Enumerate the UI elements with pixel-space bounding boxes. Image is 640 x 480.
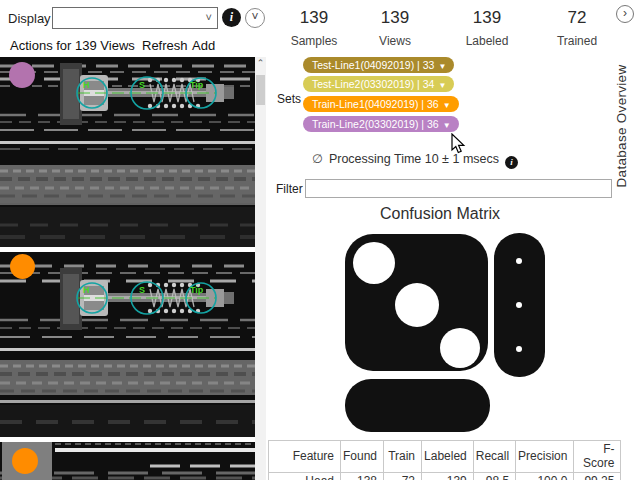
set-tag-text: Test-Line1(04092019) | 33 <box>312 59 434 71</box>
mouse-cursor <box>451 133 467 155</box>
xray-image-2: H S Tip <box>0 252 255 437</box>
stat-views-value: 139 <box>381 8 409 28</box>
info-button[interactable]: i <box>222 8 241 27</box>
dropdown-arrow-icon[interactable]: ▼ <box>438 62 446 71</box>
col-feature[interactable]: Feature <box>269 441 341 473</box>
sample-status-badge <box>9 62 35 88</box>
collapse-button[interactable]: ˅ <box>245 8 265 28</box>
set-tag-test-line2[interactable]: Test-Line2(03302019) | 34▼ <box>303 76 454 92</box>
dropdown-arrow-icon[interactable]: ▼ <box>438 81 446 90</box>
set-tag-text: Train-Line1(04092019) | 36 <box>312 98 439 110</box>
stat-samples-label: Samples <box>291 34 338 48</box>
matrix-bottom-row <box>345 379 490 432</box>
cell-labeled: 139 <box>422 473 474 480</box>
display-label: Display <box>8 11 51 26</box>
annotation-label: H <box>83 80 90 90</box>
cell-found: 138 <box>341 473 384 480</box>
sets-label: Sets <box>277 92 301 106</box>
annotation-label: H <box>83 285 90 295</box>
col-train[interactable]: Train <box>384 441 422 473</box>
sample-thumbnail-1[interactable]: H S Tip <box>0 57 255 247</box>
filter-label: Filter <box>276 182 303 196</box>
cell-train: 72 <box>384 473 422 480</box>
display-dropdown[interactable]: ˅ <box>52 7 218 29</box>
refresh-button[interactable]: Refresh <box>142 38 188 53</box>
dropdown-arrow-icon[interactable]: ▼ <box>443 101 451 110</box>
annotation-label: S <box>139 285 145 295</box>
set-tag-text: Test-Line2(03302019) | 34 <box>312 78 434 90</box>
stat-trained-value: 72 <box>568 8 587 28</box>
set-tag-train-line1[interactable]: Train-Line1(04092019) | 36▼ <box>303 96 459 112</box>
cell-recall: 98.5 <box>473 473 515 480</box>
col-precision[interactable]: Precision <box>516 441 574 473</box>
processing-time-text: Processing Time 10 ± 1 msecs <box>329 152 499 166</box>
sample-status-badge <box>12 448 38 474</box>
annotation-label: Tip <box>190 80 204 90</box>
scroll-up-icon[interactable]: ⌃ <box>255 57 266 69</box>
sample-status-badge <box>10 254 35 279</box>
filter-input[interactable] <box>305 179 612 198</box>
set-tag-text: Train-Line2(03302019) | 36 <box>312 118 439 130</box>
actions-menu[interactable]: Actions for 139 Views <box>10 38 135 53</box>
results-table: Feature Found Train Labeled Recall Preci… <box>268 440 621 480</box>
average-symbol: ∅ <box>312 152 323 166</box>
annotation-label: Tip <box>190 285 204 295</box>
results-table-header-row: Feature Found Train Labeled Recall Preci… <box>269 441 621 473</box>
xray-image-3 <box>0 442 255 480</box>
add-button[interactable]: Add <box>192 38 215 53</box>
tab-database-overview[interactable]: Database Overview <box>614 16 634 236</box>
col-labeled[interactable]: Labeled <box>422 441 474 473</box>
dropdown-arrow-icon[interactable]: ▼ <box>443 121 451 130</box>
sample-thumbnail-3[interactable] <box>0 442 255 480</box>
scrollbar-thumb[interactable] <box>256 75 265 105</box>
col-fscore[interactable]: F-Score <box>574 441 621 473</box>
stat-views-label: Views <box>379 34 411 48</box>
sample-thumbnail-2[interactable]: H S Tip <box>0 252 255 437</box>
stat-labeled-label: Labeled <box>466 34 509 48</box>
annotation-label: S <box>139 80 145 90</box>
col-recall[interactable]: Recall <box>473 441 515 473</box>
stat-samples-value: 139 <box>300 8 328 28</box>
cell-fscore: 99.25 <box>574 473 621 480</box>
processing-time: ∅Processing Time 10 ± 1 msecsi <box>270 151 560 169</box>
gallery-scrollbar[interactable]: ⌃ <box>255 57 266 480</box>
col-found[interactable]: Found <box>341 441 384 473</box>
stat-trained-label: Trained <box>557 34 597 48</box>
app-window: Display ˅ i ˅ Actions for 139 Views Refr… <box>0 0 640 480</box>
cell-precision: 100.0 <box>516 473 574 480</box>
set-tag-test-line1[interactable]: Test-Line1(04092019) | 33▼ <box>303 57 454 73</box>
confusion-matrix-title: Confusion Matrix <box>330 205 550 223</box>
info-icon[interactable]: i <box>505 156 518 169</box>
table-row[interactable]: Head 138 72 139 98.5 100.0 99.25 <box>269 473 621 480</box>
cell-feature: Head <box>269 473 341 480</box>
chevron-down-icon: ˅ <box>206 11 212 23</box>
set-tag-train-line2[interactable]: Train-Line2(03302019) | 36▼ <box>303 116 459 132</box>
confusion-matrix-graphic <box>330 225 560 435</box>
xray-image-1: H S Tip <box>0 57 255 247</box>
stat-labeled-value: 139 <box>473 8 501 28</box>
